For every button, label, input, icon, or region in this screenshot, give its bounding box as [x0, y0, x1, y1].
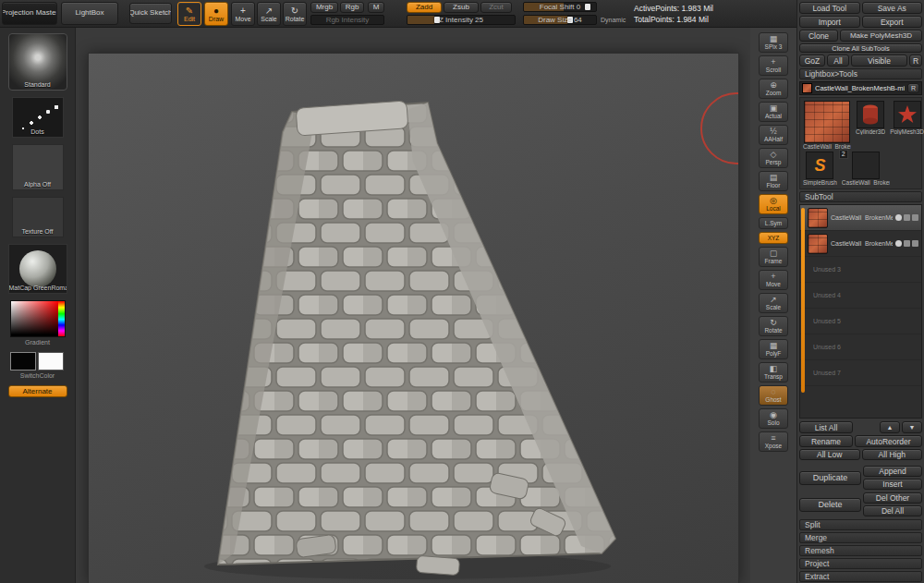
- mrgb-button[interactable]: Mrgb: [310, 2, 338, 13]
- goz-button[interactable]: GoZ: [799, 55, 825, 67]
- clone-all-subtools-button[interactable]: Clone All SubTools: [799, 43, 922, 53]
- scale-view-button[interactable]: ↗ Scale: [759, 293, 788, 313]
- xpose-button[interactable]: ≡ Xpose: [759, 431, 788, 452]
- lsym-button[interactable]: L.Sym: [759, 217, 788, 229]
- make-polymesh3d-button[interactable]: Make PolyMesh3D: [840, 30, 922, 42]
- subtool-scrollbar[interactable]: [801, 208, 805, 393]
- append-button[interactable]: Append: [863, 466, 922, 477]
- tool-thumb-polymesh3d[interactable]: PolyMesh3D: [890, 101, 924, 135]
- current-texture-thumbnail[interactable]: Texture Off: [12, 197, 64, 237]
- subtool-item-unused[interactable]: Unused 4: [800, 283, 921, 309]
- rgb-intensity-slider[interactable]: Rgb Intensity: [310, 15, 384, 25]
- subtool-item-unused[interactable]: Unused 3: [800, 257, 921, 283]
- clone-button[interactable]: Clone: [799, 30, 838, 42]
- autoreorder-button[interactable]: AutoReorder: [855, 435, 922, 447]
- subtool-section-header[interactable]: SubTool: [799, 191, 922, 202]
- export-button[interactable]: Export: [862, 16, 923, 28]
- switch-color-widget[interactable]: [10, 352, 66, 370]
- scale-button[interactable]: ↗ Scale: [257, 2, 281, 26]
- dynamic-label[interactable]: Dynamic: [601, 17, 626, 23]
- current-brush-thumbnail[interactable]: Standard: [8, 33, 67, 91]
- aahalf-button[interactable]: ½ AAHalf: [759, 125, 788, 145]
- subtool-item[interactable]: CastleWall_BrokenMeshB-2mil_1: [800, 231, 921, 257]
- project-section-header[interactable]: Project: [799, 558, 922, 569]
- subtool-item-active[interactable]: CastleWall_BrokenMeshB-2mil: [800, 205, 921, 231]
- tool-thumb-castlewall-big[interactable]: CastleWall_Broken8: [803, 101, 851, 150]
- remesh-section-header[interactable]: Remesh: [799, 545, 922, 556]
- zadd-button[interactable]: Zadd: [407, 2, 442, 13]
- m-button[interactable]: M: [368, 2, 384, 13]
- current-stroke-thumbnail[interactable]: Dots: [12, 97, 64, 138]
- polyframe-button[interactable]: ▦ PolyF: [759, 339, 788, 359]
- lightbox-button[interactable]: LightBox: [61, 2, 118, 25]
- all-high-button[interactable]: All High: [862, 449, 923, 460]
- main-color-swatch[interactable]: [10, 352, 36, 370]
- subtool-item-unused[interactable]: Unused 5: [800, 309, 921, 334]
- delete-button[interactable]: Delete: [799, 498, 861, 512]
- move-view-button[interactable]: + Move: [759, 270, 788, 290]
- zsub-button[interactable]: Zsub: [444, 2, 479, 13]
- subtool-item-unused[interactable]: Unused 6: [800, 334, 921, 360]
- duplicate-button[interactable]: Duplicate: [799, 471, 861, 485]
- insert-button[interactable]: Insert: [863, 479, 922, 490]
- model-castle-wall[interactable]: [186, 77, 620, 583]
- focal-shift-slider[interactable]: Focal Shift 0: [523, 2, 597, 12]
- extract-section-header[interactable]: Extract: [799, 571, 922, 582]
- floor-button[interactable]: ▤ Floor: [759, 171, 788, 191]
- solo-button[interactable]: ◉ Solo: [759, 408, 788, 429]
- del-all-button[interactable]: Del All: [863, 505, 922, 516]
- move-button[interactable]: + Move: [231, 2, 255, 26]
- list-all-button[interactable]: List All: [799, 421, 853, 433]
- goz-r-button[interactable]: R: [909, 55, 922, 67]
- subtool-toggle-icons[interactable]: [895, 240, 918, 247]
- document-canvas[interactable]: [88, 53, 739, 583]
- scroll-button[interactable]: + Scroll: [759, 55, 788, 76]
- rotate-button[interactable]: ↻ Rotate: [283, 2, 307, 26]
- subtool-thumbnail[interactable]: [808, 208, 828, 228]
- color-hue-strip[interactable]: [58, 301, 65, 336]
- local-button[interactable]: ◎ Local: [759, 194, 788, 214]
- projection-master-button[interactable]: Projection Master: [2, 2, 57, 25]
- current-tool-r-button[interactable]: R: [907, 83, 919, 93]
- focal-shift-handle[interactable]: [585, 4, 590, 10]
- draw-size-slider[interactable]: Draw Size 64: [523, 15, 597, 25]
- import-button[interactable]: Import: [799, 16, 860, 28]
- edit-button[interactable]: ✎ Edit: [177, 2, 201, 26]
- tool-thumb-castlewall-small[interactable]: 2 CastleWall_BrokenM: [842, 152, 890, 186]
- xyz-button[interactable]: XYZ: [759, 232, 788, 244]
- current-tool-bar[interactable]: CastleWall_BrokenMeshB-mil R: [799, 81, 922, 95]
- all-low-button[interactable]: All Low: [799, 449, 860, 460]
- quick-sketch-button[interactable]: Quick Sketch: [129, 3, 172, 24]
- draw-button[interactable]: ● Draw: [204, 2, 228, 26]
- color-saturation-field[interactable]: [11, 301, 58, 336]
- load-tool-button[interactable]: Load Tool: [799, 2, 860, 14]
- current-alpha-thumbnail[interactable]: Alpha Off: [12, 144, 64, 190]
- save-as-button[interactable]: Save As: [862, 2, 923, 14]
- subtool-down-button[interactable]: ▼: [902, 421, 922, 433]
- viewport-area[interactable]: [76, 28, 750, 583]
- frame-button[interactable]: ▢ Frame: [759, 247, 788, 267]
- subtool-item-unused[interactable]: Unused 7: [800, 360, 921, 386]
- goz-all-button[interactable]: All: [827, 55, 849, 67]
- transp-button[interactable]: ◧ Transp: [759, 362, 788, 383]
- current-material-thumbnail[interactable]: MatCap GreenRoma: [8, 244, 67, 294]
- split-section-header[interactable]: Split: [799, 519, 922, 530]
- goz-visible-button[interactable]: Visible: [851, 55, 907, 67]
- zcut-button[interactable]: Zcut: [480, 2, 512, 13]
- z-intensity-slider[interactable]: Z Intensity 25: [407, 15, 516, 25]
- lightbox-tools-header[interactable]: Lightbox>Tools: [799, 68, 922, 79]
- ghost-button[interactable]: ◌ Ghost: [759, 385, 788, 406]
- actual-button[interactable]: ▣ Actual: [759, 102, 788, 122]
- subtool-up-button[interactable]: ▲: [880, 421, 900, 433]
- subtool-thumbnail[interactable]: [808, 234, 828, 254]
- persp-button[interactable]: ◇ Persp: [759, 148, 788, 168]
- spix-button[interactable]: ▦ SPix 3: [759, 32, 788, 53]
- rename-button[interactable]: Rename: [799, 435, 853, 447]
- color-picker[interactable]: [10, 300, 66, 337]
- zoom-button[interactable]: ⊕ Zoom: [759, 79, 788, 99]
- rotate-view-button[interactable]: ↻ Rotate: [759, 316, 788, 336]
- subtool-toggle-icons[interactable]: [895, 214, 918, 221]
- alternate-button[interactable]: Alternate: [8, 385, 67, 397]
- del-other-button[interactable]: Del Other: [863, 492, 922, 504]
- tool-thumb-cylinder3d[interactable]: Cylinder3D: [856, 101, 885, 135]
